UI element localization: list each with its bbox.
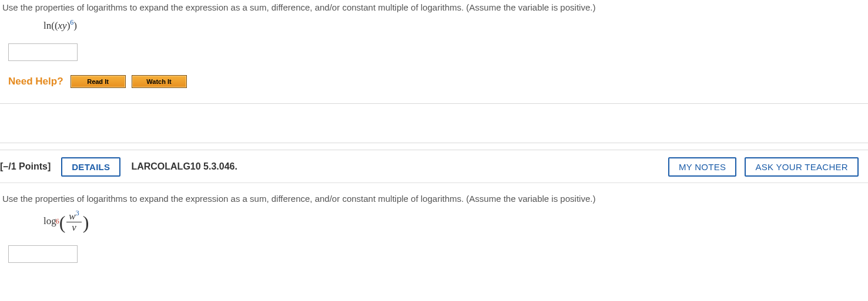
points-indicator: [–/1 Points]	[0, 161, 51, 172]
my-notes-button[interactable]: MY NOTES	[668, 157, 736, 177]
log-label: log	[43, 215, 56, 227]
question-1-prompt: Use the properties of logarithms to expa…	[0, 2, 868, 17]
ask-your-teacher-button[interactable]: ASK YOUR TEACHER	[745, 157, 859, 177]
read-it-button[interactable]: Read It	[71, 75, 126, 88]
watch-it-button[interactable]: Watch It	[132, 75, 187, 88]
fraction-denominator: v	[66, 222, 81, 234]
help-row: Need Help? Read It Watch It	[0, 73, 868, 103]
question-1: Use the properties of logarithms to expa…	[0, 0, 868, 103]
header-right-group: MY NOTES ASK YOUR TEACHER	[668, 157, 863, 177]
question-2: Use the properties of logarithms to expa…	[0, 183, 868, 275]
answer-input-2[interactable]	[8, 245, 78, 263]
book-reference: LARCOLALG10 5.3.046.	[131, 161, 237, 172]
question-2-prompt: Use the properties of logarithms to expa…	[0, 194, 868, 208]
answer-input-1[interactable]	[8, 43, 78, 61]
close-paren-icon: )	[83, 212, 89, 234]
details-button[interactable]: DETAILS	[61, 157, 120, 177]
question-2-expression: log6(w3v)	[0, 208, 868, 243]
need-help-label: Need Help?	[8, 76, 63, 87]
num-exp: 3	[76, 209, 79, 217]
fraction-numerator: w3	[66, 209, 81, 222]
num-var: w	[69, 210, 75, 221]
ln-prefix: ln((	[43, 20, 58, 31]
section-spacer	[0, 104, 868, 143]
question-header-bar: [–/1 Points] DETAILS LARCOLALG10 5.3.046…	[0, 150, 868, 183]
expr-var: xy	[58, 20, 67, 31]
close-outer-paren: )	[73, 20, 77, 31]
open-paren-icon: (	[59, 212, 66, 234]
fraction: w3v	[65, 209, 82, 234]
question-1-expression: ln((xy)6)	[0, 17, 868, 41]
section-divider-double	[0, 143, 868, 150]
